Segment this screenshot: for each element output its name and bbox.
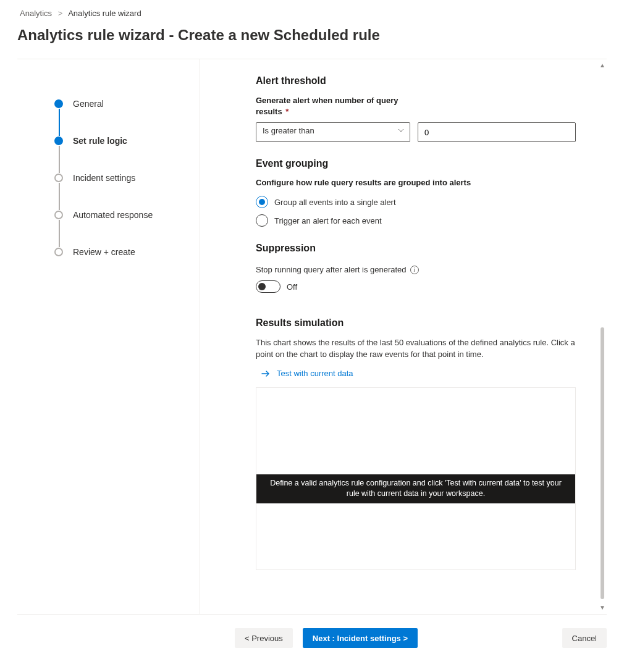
threshold-operator-select[interactable]: Is greater than [256,122,410,142]
results-description: This chart shows the results of the last… [256,337,576,359]
scroll-up-icon[interactable]: ▲ [599,62,605,69]
chevron-down-icon [397,127,405,136]
page-title: Analytics rule wizard - Create a new Sch… [0,23,624,59]
radio-icon [256,214,268,227]
breadcrumb-root[interactable]: Analytics [20,9,52,18]
wizard-footer: < Previous Next : Incident settings > Ca… [0,615,624,662]
step-indicator-icon [54,99,63,108]
step-indicator-icon [54,248,63,256]
radio-group-single-alert[interactable]: Group all events into a single alert [256,196,576,208]
form-panel: Alert threshold Generate alert when numb… [200,59,607,614]
event-grouping-subhead: Configure how rule query results are gro… [256,178,576,187]
threshold-field-label: Generate alert when number of query resu… [256,95,416,117]
arrow-right-icon [261,369,271,379]
suppression-toggle-state: Off [287,282,297,292]
next-button[interactable]: Next : Incident settings > [303,628,418,648]
suppression-label: Stop running query after alert is genera… [256,265,407,274]
cancel-button[interactable]: Cancel [562,628,607,648]
suppression-label-row: Stop running query after alert is genera… [256,265,576,274]
wizard-step-label: Incident settings [73,173,135,183]
wizard-step-label: Set rule logic [73,136,127,146]
scroll-down-icon[interactable]: ▼ [599,604,605,611]
step-indicator-icon [54,174,63,182]
threshold-value-input[interactable] [418,122,576,142]
wizard-steps: General Set rule logic Incident settings… [17,59,200,614]
step-indicator-icon [54,136,63,145]
section-results-simulation: Results simulation [256,317,576,329]
section-alert-threshold: Alert threshold [256,75,576,86]
wizard-step-automated-response[interactable]: Automated response [54,196,187,233]
info-icon[interactable]: i [410,266,419,274]
toggle-knob-icon [258,283,266,290]
wizard-step-set-rule-logic[interactable]: Set rule logic [54,122,187,159]
chart-placeholder-message: Define a valid analytics rule configurat… [256,474,575,503]
wizard-step-label: Review + create [73,247,135,257]
threshold-operator-value: Is greater than [263,126,314,135]
radio-icon [256,196,268,208]
step-indicator-icon [54,211,63,219]
test-with-current-data-link[interactable]: Test with current data [261,369,576,379]
scrollbar-thumb[interactable] [601,327,604,599]
breadcrumb: Analytics > Analytics rule wizard [0,0,624,23]
breadcrumb-current: Analytics rule wizard [68,9,141,18]
section-event-grouping: Event grouping [256,158,576,169]
vertical-scrollbar[interactable]: ▲ ▼ [599,62,605,611]
section-suppression: Suppression [256,243,576,254]
wizard-step-incident-settings[interactable]: Incident settings [54,159,187,196]
wizard-step-review-create[interactable]: Review + create [54,233,187,271]
content-area: General Set rule logic Incident settings… [17,59,607,615]
suppression-toggle[interactable] [256,280,280,293]
wizard-step-label: General [73,99,104,109]
results-chart-area: Define a valid analytics rule configurat… [256,387,576,570]
breadcrumb-separator: > [58,9,63,18]
radio-label: Trigger an alert for each event [274,216,382,225]
radio-label: Group all events into a single alert [274,198,396,207]
test-link-label: Test with current data [277,369,353,378]
required-indicator: * [285,107,289,116]
radio-trigger-each-event[interactable]: Trigger an alert for each event [256,214,576,227]
previous-button[interactable]: < Previous [235,628,293,648]
wizard-step-general[interactable]: General [54,85,187,122]
wizard-step-label: Automated response [73,210,153,220]
